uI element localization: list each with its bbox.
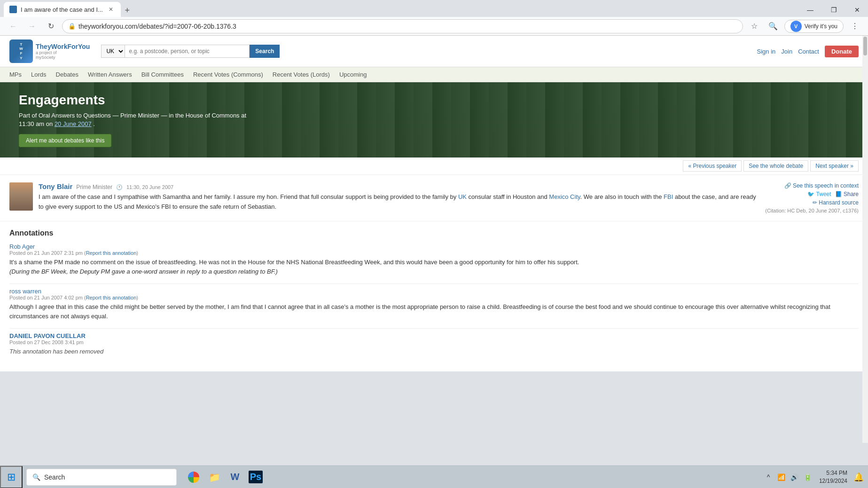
taskbar-apps: 📁 W Ps (180, 468, 269, 487)
tab-title: I am aware of the case and I... (21, 6, 103, 13)
menu-button[interactable]: ⋮ (847, 19, 862, 34)
hansard-link[interactable]: ✏ Hansard source (813, 199, 859, 206)
forward-button[interactable]: → (24, 19, 39, 34)
nav-recent-votes-commons[interactable]: Recent Votes (Commons) (193, 69, 263, 80)
bookmark-button[interactable]: ☆ (747, 19, 762, 34)
donate-button[interactable]: Donate (825, 46, 859, 57)
speech-area: Tony Blair Prime Minister 🕐 11:30, 20 Ju… (0, 175, 868, 221)
nav-bill-committees[interactable]: Bill Committees (141, 69, 184, 80)
logo-text-block: TheyWorkForYou a project of mySociety (36, 43, 90, 60)
tray-clock[interactable]: 5:34 PM 12/19/2024 (815, 469, 851, 485)
taskbar-chrome-app[interactable] (184, 468, 203, 487)
start-button[interactable]: ⊞ (0, 466, 23, 488)
tray-battery-icon[interactable]: 🔋 (802, 470, 813, 485)
reload-button[interactable]: ↻ (43, 19, 58, 34)
nav-debates[interactable]: Debates (56, 69, 78, 80)
close-button[interactable]: ✕ (846, 3, 868, 17)
back-button[interactable]: ← (6, 19, 21, 34)
speech-time: 11:30, 20 June 2007 (126, 184, 173, 190)
address-bar-input[interactable] (78, 23, 737, 30)
annotation-3-meta-text: Posted on 27 Dec 2008 3:41 pm (9, 339, 84, 345)
hero-subtitle: Part of Oral Answers to Questions — Prim… (19, 111, 254, 128)
taskbar-word-app[interactable]: W (226, 468, 244, 487)
browser-tab[interactable]: I am aware of the case and I... ✕ (4, 2, 121, 17)
annotation-2-report-link[interactable]: Report this annotation (86, 295, 137, 300)
next-speaker-button[interactable]: Next speaker » (810, 160, 859, 172)
browser-toolbar: ← → ↻ 🔒 ☆ 🔍 V Verify it's you ⋮ (0, 17, 868, 36)
nav-written-answers[interactable]: Written Answers (88, 69, 132, 80)
share-button[interactable]: 📘 Share (835, 191, 859, 197)
tweet-button[interactable]: 🐦 Tweet (807, 191, 831, 197)
hero-title: Engagements (19, 93, 254, 108)
address-bar-container[interactable]: 🔒 (62, 19, 743, 33)
tab-favicon-icon (9, 6, 17, 13)
webpage-scroll: TWFY TheyWorkForYou a project of mySocie… (0, 36, 868, 465)
taskbar-files-app[interactable]: 📁 (205, 468, 224, 487)
region-select[interactable]: UK (101, 45, 125, 58)
tray-volume-icon[interactable]: 🔊 (789, 470, 800, 485)
join-link[interactable]: Join (781, 48, 792, 55)
taskbar-photoshop-app[interactable]: Ps (246, 468, 265, 487)
hero-subtitle-text: Part of Oral Answers to Questions — Prim… (19, 112, 246, 127)
see-context-link[interactable]: 🔗 See this speech in context (784, 182, 859, 189)
taskbar: ⊞ 🔍 Search 📁 W Ps ^ 📶 🔊 🔋 (0, 465, 868, 488)
logo-tagline: a project of (36, 50, 90, 55)
speaker-name[interactable]: Tony Blair (39, 182, 72, 190)
scrollbar-thumb[interactable] (863, 37, 867, 55)
minimize-button[interactable]: — (799, 3, 821, 17)
annotation-3-meta: Posted on 27 Dec 2008 3:41 pm (9, 339, 859, 345)
tray-network-icon[interactable]: 📶 (776, 470, 787, 485)
annotation-1-author[interactable]: Rob Ager (9, 243, 35, 250)
scrollbar[interactable] (862, 36, 868, 443)
clock-icon: 🕐 (116, 184, 123, 190)
speech-link-fbi[interactable]: FBI (664, 193, 673, 200)
taskbar-search-area[interactable]: 🔍 Search (26, 469, 177, 486)
annotation-1-meta: Posted on 21 Jun 2007 2:31 pm (Report th… (9, 250, 859, 256)
annotations-section: Annotations Rob Ager Posted on 21 Jun 20… (0, 221, 868, 371)
tray-time: 5:34 PM (819, 469, 847, 477)
facebook-icon: 📘 (835, 191, 842, 197)
taskbar-search-text: Search (44, 473, 65, 481)
site-search-button[interactable]: Search (250, 45, 280, 58)
sign-in-link[interactable]: Sign in (757, 48, 776, 55)
annotations-title: Annotations (9, 229, 859, 237)
logo-icon[interactable]: TWFY (9, 39, 33, 63)
alert-button[interactable]: Alert me about debates like this (19, 134, 111, 147)
search-icon-button[interactable]: 🔍 (766, 19, 781, 34)
tray-chevron-icon[interactable]: ^ (763, 470, 774, 485)
speech-text-main: I am aware of the case and I sympathise … (39, 193, 458, 200)
speech-link-mexico-city[interactable]: Mexico City (549, 193, 580, 200)
twitter-icon: 🐦 (807, 191, 814, 197)
annotation-3-author[interactable]: DANIEL PAVON CUELLAR (9, 332, 86, 339)
speech-text: I am aware of the case and I sympathise … (39, 192, 759, 212)
verify-button[interactable]: V Verify it's you (784, 20, 844, 33)
prev-speaker-button[interactable]: « Previous speaker (683, 160, 742, 172)
speech-link-uk[interactable]: UK (458, 193, 467, 200)
context-icon: 🔗 (784, 182, 791, 189)
word-icon: W (231, 472, 240, 482)
tab-close-button[interactable]: ✕ (107, 5, 115, 14)
speech-content: Tony Blair Prime Minister 🕐 11:30, 20 Ju… (39, 182, 759, 213)
maximize-button[interactable]: ❐ (823, 3, 845, 17)
new-tab-button[interactable]: + (121, 4, 134, 17)
nav-lords[interactable]: Lords (31, 69, 47, 80)
nav-mps[interactable]: MPs (9, 69, 22, 80)
annotation-2-author[interactable]: ross warren (9, 288, 41, 295)
tab-bar: I am aware of the case and I... ✕ + — ❐ … (0, 0, 868, 17)
speaker-role: Prime Minister (76, 184, 112, 190)
nav-recent-votes-lords[interactable]: Recent Votes (Lords) (273, 69, 330, 80)
annotation-1-report-link[interactable]: Report this annotation (86, 250, 137, 256)
hero-subtitle-end: . (93, 120, 95, 127)
hero-date-link[interactable]: 20 June 2007 (55, 120, 92, 127)
annotation-separator-2 (9, 328, 859, 329)
whole-debate-button[interactable]: See the whole debate (743, 160, 808, 172)
contact-link[interactable]: Contact (798, 48, 819, 55)
header-links: Sign in Join Contact Donate (757, 46, 859, 57)
annotation-3: DANIEL PAVON CUELLAR Posted on 27 Dec 20… (9, 332, 859, 356)
photoshop-icon: Ps (249, 471, 263, 483)
search-area: UK Search (101, 45, 280, 58)
tray-notification-icon[interactable]: 🔔 (853, 470, 864, 485)
nav-upcoming[interactable]: Upcoming (339, 69, 367, 80)
site-search-input[interactable] (125, 45, 250, 58)
annotation-2: ross warren Posted on 21 Jun 2007 4:02 p… (9, 288, 859, 321)
